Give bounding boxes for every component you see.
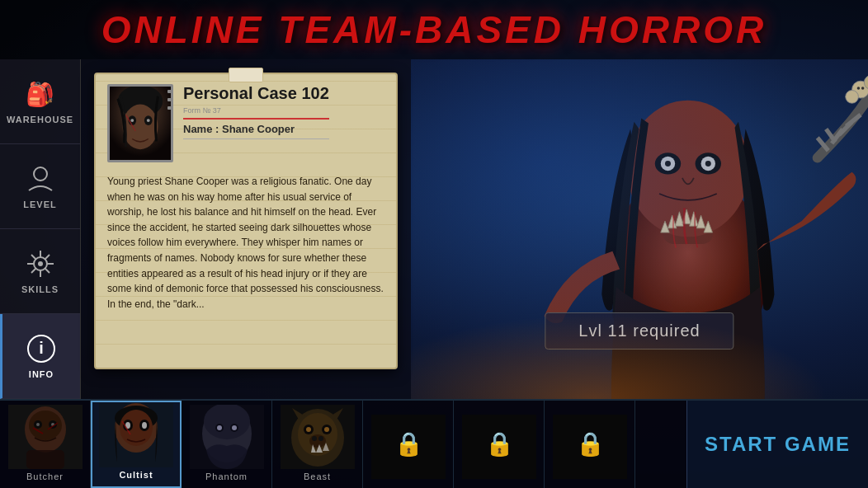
case-card: Personal Case 102 Form № 37 Name : Shane… [94, 73, 398, 369]
sidebar: 🎒 Warehouse Level S [0, 59, 81, 399]
sidebar-label-info: Info [29, 369, 54, 379]
char-slot-phantom[interactable]: Phantom [182, 401, 272, 488]
svg-point-35 [705, 161, 711, 167]
monster-area: Lvl 11 required [411, 59, 868, 399]
sidebar-label-warehouse: Warehouse [7, 115, 73, 124]
svg-point-75 [232, 425, 237, 430]
char-label-beast: Beast [304, 472, 331, 481]
card-name-label: Name : Shane Cooper [183, 123, 329, 139]
cultist-thumb [92, 402, 180, 468]
char-slot-beast[interactable]: Beast [272, 401, 363, 488]
svg-point-85 [309, 434, 326, 448]
level-icon [25, 163, 56, 195]
svg-point-47 [861, 87, 864, 89]
char-slot-locked-1[interactable]: 🔒 [363, 401, 454, 488]
portrait-staples [167, 90, 173, 110]
svg-point-87 [318, 436, 323, 441]
svg-point-2 [38, 261, 43, 266]
svg-point-0 [34, 167, 47, 181]
char-slot-locked-2[interactable]: 🔒 [454, 401, 545, 488]
svg-point-74 [217, 425, 222, 430]
svg-line-9 [45, 255, 50, 260]
phantom-thumb [182, 404, 271, 470]
svg-point-15 [123, 105, 158, 150]
locked-thumb-3: 🔒 [545, 414, 634, 480]
locked-thumb-1: 🔒 [363, 414, 453, 480]
start-game-button[interactable]: START GAME [686, 401, 868, 488]
svg-point-71 [204, 405, 250, 439]
sidebar-item-warehouse[interactable]: 🎒 Warehouse [0, 59, 80, 144]
svg-line-8 [45, 268, 50, 273]
skills-icon [25, 248, 56, 279]
char-label-phantom: Phantom [205, 472, 248, 481]
svg-line-7 [31, 255, 36, 260]
svg-line-10 [31, 268, 36, 273]
info-icon: i [26, 333, 57, 364]
svg-point-19 [147, 119, 150, 122]
start-game-label: START GAME [705, 433, 851, 456]
char-slot-cultist[interactable]: Cultist [91, 401, 182, 488]
svg-point-86 [312, 436, 317, 441]
svg-text:🔒: 🔒 [394, 430, 422, 458]
char-slot-locked-3[interactable]: 🔒 [545, 401, 635, 488]
svg-point-18 [130, 119, 134, 122]
char-label-butcher: Butcher [26, 472, 64, 481]
bottom-bar: Butcher [0, 399, 868, 488]
card-header: Personal Case 102 Form № 37 Name : Shane… [107, 84, 384, 162]
sidebar-item-skills[interactable]: Skills [0, 229, 80, 314]
svg-text:🔒: 🔒 [575, 430, 604, 458]
svg-point-34 [665, 161, 671, 167]
card-body-text: Young priest Shane Cooper was a religiou… [107, 174, 384, 312]
svg-point-45 [846, 91, 859, 104]
sidebar-label-level: Level [23, 199, 56, 209]
char-label-cultist: Cultist [119, 470, 153, 480]
card-title: Personal Case 102 [183, 84, 329, 103]
sidebar-item-info[interactable]: i Info [0, 314, 80, 399]
locked-thumb-2: 🔒 [454, 414, 544, 480]
info-card-area: Personal Case 102 Form № 37 Name : Shane… [81, 59, 411, 399]
title-bar: ONLINE TEAM-BASED HORROR [0, 0, 868, 59]
butcher-thumb [0, 404, 90, 470]
char-slot-butcher[interactable]: Butcher [0, 401, 91, 488]
svg-text:i: i [39, 339, 44, 357]
monster-figure: Lvl 11 required [411, 59, 868, 399]
svg-rect-59 [26, 450, 64, 469]
svg-point-55 [36, 423, 40, 426]
svg-point-83 [306, 427, 311, 432]
sidebar-item-level[interactable]: Level [0, 144, 80, 229]
character-portrait [107, 84, 173, 162]
main-title: ONLINE TEAM-BASED HORROR [101, 7, 767, 52]
svg-text:🔒: 🔒 [484, 430, 513, 458]
card-title-section: Personal Case 102 Form № 37 Name : Shane… [183, 84, 329, 139]
svg-point-52 [29, 411, 62, 440]
card-form-num: Form № 37 [183, 106, 329, 115]
svg-point-46 [857, 87, 860, 89]
svg-point-67 [142, 422, 147, 429]
character-slots: Butcher [0, 401, 686, 488]
svg-point-84 [324, 427, 329, 432]
sidebar-label-skills: Skills [21, 284, 59, 294]
lvl-required-badge: Lvl 11 required [545, 312, 734, 350]
portrait-inner [110, 87, 171, 160]
card-red-line [183, 118, 329, 120]
warehouse-icon: 🎒 [25, 78, 56, 110]
beast-thumb [272, 404, 362, 470]
